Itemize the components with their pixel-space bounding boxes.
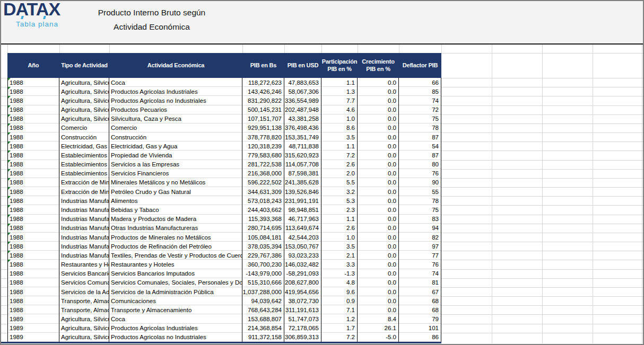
- cell-pib-bs[interactable]: 229,767,386: [242, 251, 284, 260]
- cell-pib-bs[interactable]: 118,272,623: [242, 78, 284, 87]
- cell-pib-usd[interactable]: 306,859,313: [284, 333, 321, 342]
- cell-participacion[interactable]: 3.5: [321, 132, 358, 141]
- cell-participacion[interactable]: 9.6: [321, 287, 358, 296]
- cell-deflactor[interactable]: 78: [399, 196, 441, 205]
- column-header-actividad-economica[interactable]: Actividad Económica: [109, 53, 242, 78]
- cell-ano[interactable]: 1988: [7, 105, 59, 114]
- cell-participacion[interactable]: 2.6: [321, 224, 358, 233]
- cell-pib-usd[interactable]: 146,032,482: [284, 260, 321, 269]
- cell-participacion[interactable]: 5.3: [321, 196, 358, 205]
- cell-crecimiento[interactable]: 0.0: [358, 169, 399, 178]
- cell-pib-bs[interactable]: 244,403,662: [242, 205, 284, 214]
- cell-participacion[interactable]: 2.3: [321, 205, 358, 214]
- cell-participacion[interactable]: 4.8: [321, 278, 358, 287]
- cell-pib-usd[interactable]: 231,991,191: [284, 196, 321, 205]
- cell-actividad-economica[interactable]: Productos Agricolas Industriales: [109, 87, 242, 96]
- cell-pib-usd[interactable]: 72,178,065: [284, 324, 321, 333]
- cell-crecimiento[interactable]: 0.0: [358, 114, 399, 123]
- cell-pib-usd[interactable]: 114,057,708: [284, 160, 321, 169]
- cell-deflactor[interactable]: 74: [399, 96, 441, 105]
- cell-ano[interactable]: 1988: [7, 278, 59, 287]
- cell-crecimiento[interactable]: 0.0: [358, 132, 399, 141]
- cell-actividad-economica[interactable]: Restaurantes y Hoteles: [109, 260, 242, 269]
- cell-pib-usd[interactable]: 113,649,674: [284, 224, 321, 233]
- cell-tipo-actividad[interactable]: Agricultura, Silvicultura, Caza y Pesca: [59, 314, 109, 323]
- cell-actividad-economica[interactable]: Servicios a las Empresas: [109, 160, 242, 169]
- cell-actividad-economica[interactable]: Productos Agricolas no Industriales: [109, 96, 242, 105]
- column-header-pib-usd[interactable]: PIB en USD: [284, 53, 321, 78]
- cell-tipo-actividad[interactable]: Industrias Manufactureras: [59, 224, 109, 233]
- cell-crecimiento[interactable]: -5.0: [358, 333, 399, 342]
- cell-actividad-economica[interactable]: Madera y Productos de Madera: [109, 215, 242, 224]
- cell-pib-usd[interactable]: 202,487,948: [284, 105, 321, 114]
- cell-deflactor[interactable]: 79: [399, 314, 441, 323]
- cell-participacion[interactable]: 3.2: [321, 187, 358, 196]
- cell-tipo-actividad[interactable]: Industrias Manufactureras: [59, 205, 109, 214]
- cell-pib-bs[interactable]: 831,290,822: [242, 96, 284, 105]
- cell-pib-usd[interactable]: 38,072,730: [284, 296, 321, 305]
- cell-participacion[interactable]: 7.2: [321, 151, 358, 160]
- cell-crecimiento[interactable]: 0.0: [358, 105, 399, 114]
- cell-participacion[interactable]: 1.0: [321, 233, 358, 242]
- column-header-pib-bs[interactable]: PIB en Bs: [242, 53, 284, 78]
- cell-ano[interactable]: 1988: [7, 260, 59, 269]
- cell-tipo-actividad[interactable]: Agricultura, Silvicultura, Caza y Pesca: [59, 333, 109, 342]
- cell-participacion[interactable]: -1.3: [321, 269, 358, 278]
- cell-crecimiento[interactable]: 0.0: [358, 141, 399, 151]
- cell-actividad-economica[interactable]: Alimentos: [109, 196, 242, 205]
- cell-pib-usd[interactable]: 98,948,851: [284, 205, 321, 214]
- cell-pib-bs[interactable]: 1,037,288,000: [242, 287, 284, 296]
- cell-pib-usd[interactable]: 153,050,767: [284, 242, 321, 251]
- cell-ano[interactable]: 1988: [7, 187, 59, 196]
- cell-ano[interactable]: 1988: [7, 114, 59, 123]
- cell-tipo-actividad[interactable]: Restaurantes y Hoteles: [59, 260, 109, 269]
- cell-tipo-actividad[interactable]: Industrias Manufactureras: [59, 242, 109, 251]
- cell-participacion[interactable]: 7.1: [321, 305, 358, 314]
- cell-pib-usd[interactable]: 46,717,963: [284, 215, 321, 224]
- cell-participacion[interactable]: 7.2: [321, 333, 358, 342]
- cell-crecimiento[interactable]: 0.0: [358, 278, 399, 287]
- cell-tipo-actividad[interactable]: Industrias Manufactureras: [59, 215, 109, 224]
- cell-deflactor[interactable]: 87: [399, 151, 441, 160]
- cell-actividad-economica[interactable]: Servicios Comunales, Sociales, Personale…: [109, 278, 242, 287]
- cell-crecimiento[interactable]: 0.0: [358, 215, 399, 224]
- cell-tipo-actividad[interactable]: Agricultura, Silvicultura, Caza y Pesca: [59, 114, 109, 123]
- cell-deflactor[interactable]: 75: [399, 114, 441, 123]
- cell-ano[interactable]: 1988: [7, 132, 59, 141]
- cell-tipo-actividad[interactable]: Establecimientos Financieros: [59, 169, 109, 178]
- cell-crecimiento[interactable]: 0.0: [358, 87, 399, 96]
- cell-actividad-economica[interactable]: Coca: [109, 78, 242, 87]
- cell-ano[interactable]: 1988: [7, 287, 59, 296]
- cell-pib-bs[interactable]: 779,583,680: [242, 151, 284, 160]
- cell-pib-usd[interactable]: 87,598,381: [284, 169, 321, 178]
- cell-tipo-actividad[interactable]: Agricultura, Silvicultura, Caza y Pesca: [59, 87, 109, 96]
- cell-ano[interactable]: 1988: [7, 305, 59, 314]
- cell-actividad-economica[interactable]: Otras Industrias Manufactureras: [109, 224, 242, 233]
- cell-actividad-economica[interactable]: Productos de Refinación del Petróleo: [109, 242, 242, 251]
- cell-pib-bs[interactable]: 911,372,158: [242, 333, 284, 342]
- cell-actividad-economica[interactable]: Productos Agricolas no Industriales: [109, 333, 242, 342]
- cell-crecimiento[interactable]: 0.0: [358, 78, 399, 87]
- cell-ano[interactable]: 1988: [7, 224, 59, 233]
- cell-tipo-actividad[interactable]: Establecimientos Financieros: [59, 160, 109, 169]
- cell-crecimiento[interactable]: 0.0: [358, 187, 399, 196]
- cell-deflactor[interactable]: 94: [399, 224, 441, 233]
- cell-deflactor[interactable]: 83: [399, 215, 441, 224]
- cell-ano[interactable]: 1988: [7, 96, 59, 105]
- cell-deflactor[interactable]: 75: [399, 205, 441, 214]
- column-header-participacion[interactable]: Participación PIB en %: [321, 53, 358, 78]
- cell-deflactor[interactable]: 85: [399, 87, 441, 96]
- cell-deflactor[interactable]: 87: [399, 132, 441, 141]
- cell-actividad-economica[interactable]: Transporte y Almacenamiento: [109, 305, 242, 314]
- cell-pib-bs[interactable]: 280,714,695: [242, 224, 284, 233]
- cell-crecimiento[interactable]: 0.0: [358, 287, 399, 296]
- cell-deflactor[interactable]: 55: [399, 187, 441, 196]
- cell-actividad-economica[interactable]: Servicios de la Administración Pública: [109, 287, 242, 296]
- cell-tipo-actividad[interactable]: Agricultura, Silvicultura, Caza y Pesca: [59, 324, 109, 333]
- cell-crecimiento[interactable]: 0.0: [358, 160, 399, 169]
- cell-actividad-economica[interactable]: Productos Agricolas Industriales: [109, 324, 242, 333]
- cell-crecimiento[interactable]: 0.0: [358, 205, 399, 214]
- cell-pib-usd[interactable]: 93,023,233: [284, 251, 321, 260]
- cell-deflactor[interactable]: 68: [399, 296, 441, 305]
- cell-actividad-economica[interactable]: Comunicaciones: [109, 296, 242, 305]
